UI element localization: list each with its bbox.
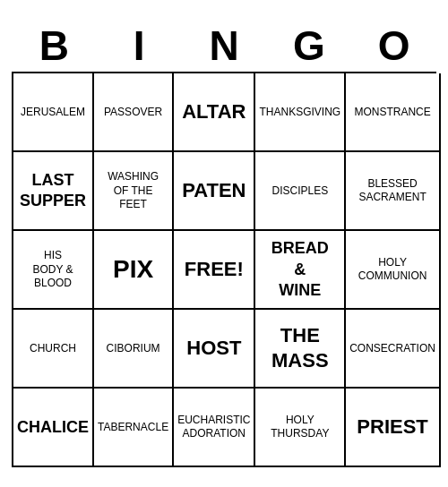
- bingo-cell-text-0: JERUSALEM: [21, 106, 85, 120]
- bingo-cell-20: CHALICE: [13, 389, 94, 467]
- header-letter-B: B: [12, 20, 97, 73]
- bingo-cell-9: BLESSED SACRAMENT: [346, 152, 441, 231]
- bingo-cell-14: HOLY COMMUNION: [346, 231, 441, 310]
- bingo-cell-text-13: BREAD & WINE: [271, 238, 329, 301]
- bingo-cell-text-11: PIX: [113, 253, 153, 286]
- bingo-card: BINGO JERUSALEMPASSOVERALTARTHANKSGIVING…: [4, 13, 444, 475]
- bingo-cell-7: PATEN: [174, 152, 255, 231]
- bingo-cell-6: WASHING OF THE FEET: [94, 152, 174, 231]
- bingo-cell-23: HOLY THURSDAY: [255, 389, 346, 467]
- bingo-cell-1: PASSOVER: [94, 73, 174, 152]
- bingo-cell-text-3: THANKSGIVING: [259, 106, 340, 120]
- bingo-cell-16: CIBORIUM: [94, 310, 174, 389]
- bingo-cell-text-16: CIBORIUM: [107, 342, 160, 356]
- header-letter-N: N: [182, 20, 267, 73]
- bingo-cell-text-22: EUCHARISTIC ADORATION: [177, 414, 250, 441]
- header-letter-G: G: [266, 20, 351, 73]
- bingo-cell-5: LAST SUPPER: [13, 152, 94, 231]
- bingo-cell-text-17: HOST: [186, 336, 241, 362]
- bingo-cell-11: PIX: [94, 231, 174, 310]
- bingo-header: BINGO: [12, 20, 436, 73]
- bingo-cell-15: CHURCH: [13, 310, 94, 389]
- bingo-cell-4: MONSTRANCE: [346, 73, 441, 152]
- bingo-cell-text-6: WASHING OF THE FEET: [108, 170, 159, 212]
- bingo-cell-text-24: PRIEST: [357, 414, 427, 440]
- bingo-cell-text-14: HOLY COMMUNION: [358, 256, 427, 284]
- bingo-cell-text-1: PASSOVER: [104, 106, 162, 120]
- bingo-cell-22: EUCHARISTIC ADORATION: [174, 389, 255, 467]
- bingo-cell-18: THE MASS: [255, 310, 346, 389]
- bingo-cell-text-2: ALTAR: [182, 99, 246, 125]
- bingo-cell-text-21: TABERNACLE: [98, 421, 168, 435]
- bingo-cell-17: HOST: [174, 310, 255, 389]
- bingo-cell-text-5: LAST SUPPER: [20, 170, 86, 212]
- bingo-cell-0: JERUSALEM: [13, 73, 94, 152]
- bingo-cell-3: THANKSGIVING: [255, 73, 346, 152]
- bingo-cell-10: HIS BODY & BLOOD: [13, 231, 94, 310]
- bingo-cell-2: ALTAR: [174, 73, 255, 152]
- bingo-cell-text-23: HOLY THURSDAY: [271, 414, 329, 441]
- bingo-cell-19: CONSECRATION: [346, 310, 441, 389]
- header-letter-O: O: [351, 20, 436, 73]
- bingo-cell-text-10: HIS BODY & BLOOD: [32, 249, 73, 291]
- bingo-cell-text-8: DISCIPLES: [271, 184, 328, 199]
- bingo-cell-text-7: PATEN: [182, 178, 246, 204]
- bingo-cell-text-18: THE MASS: [271, 323, 329, 374]
- header-letter-I: I: [97, 20, 182, 73]
- bingo-grid: JERUSALEMPASSOVERALTARTHANKSGIVINGMONSTR…: [12, 72, 436, 467]
- bingo-cell-text-20: CHALICE: [17, 417, 89, 438]
- bingo-cell-text-19: CONSECRATION: [349, 342, 435, 356]
- bingo-cell-text-12: Free!: [185, 257, 244, 283]
- bingo-cell-text-15: CHURCH: [30, 342, 76, 356]
- bingo-cell-8: DISCIPLES: [255, 152, 346, 231]
- bingo-cell-text-4: MONSTRANCE: [354, 106, 430, 120]
- bingo-cell-12: Free!: [174, 231, 255, 310]
- bingo-cell-24: PRIEST: [346, 389, 441, 467]
- bingo-cell-13: BREAD & WINE: [255, 231, 346, 310]
- bingo-cell-21: TABERNACLE: [94, 389, 174, 467]
- bingo-cell-text-9: BLESSED SACRAMENT: [358, 177, 426, 205]
